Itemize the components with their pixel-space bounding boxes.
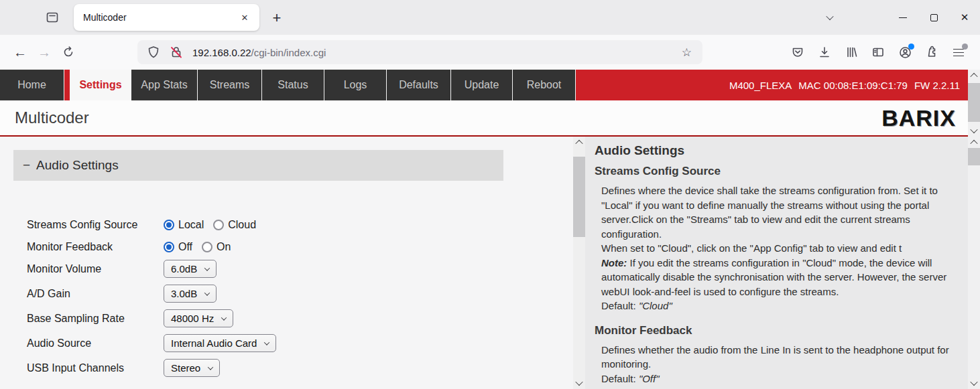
default-value: "Cloud" — [639, 300, 672, 311]
select-value: 6.0dB — [171, 263, 197, 275]
device-firmware: FW 2.2.11 — [914, 80, 960, 91]
extensions-puzzle-icon — [925, 46, 938, 59]
row-monitor-volume: Monitor Volume 6.0dB — [0, 260, 573, 278]
new-tab-button[interactable]: + — [265, 7, 288, 29]
firefox-view-button[interactable] — [40, 5, 64, 29]
menu-icon — [953, 49, 964, 56]
page-title: Multicoder — [15, 108, 89, 127]
select-value: Internal Audio Card — [171, 337, 257, 349]
nav-tab-update[interactable]: Update — [451, 70, 513, 100]
radio-option-on[interactable]: On — [202, 241, 231, 253]
audio-settings-form: − Audio Settings Streams Config Source L… — [0, 137, 573, 389]
select-chevron-icon — [264, 339, 269, 345]
radio-cloud[interactable] — [213, 220, 224, 230]
url-bar[interactable]: 192.168.0.22/cgi-bin/index.cgi ☆ — [137, 40, 702, 64]
select-value: 48000 Hz — [171, 313, 214, 324]
chevron-down-icon — [970, 126, 977, 133]
tracking-shield-icon[interactable] — [147, 46, 160, 59]
tab-close-icon[interactable]: ✕ — [237, 9, 253, 25]
minimize-button[interactable] — [887, 0, 918, 35]
nav-tab-reboot[interactable]: Reboot — [513, 70, 576, 100]
monitor-volume-select[interactable]: 6.0dB — [164, 260, 217, 278]
extensions-button[interactable] — [918, 39, 945, 66]
downloads-button[interactable] — [811, 39, 838, 66]
account-button[interactable] — [892, 39, 918, 66]
scroll-up-button[interactable] — [968, 70, 980, 81]
site-nav-bar: Home Settings App Stats Streams Status L… — [0, 70, 968, 100]
radio-on[interactable] — [202, 242, 212, 252]
row-label: USB Input Channels — [27, 362, 164, 374]
url-path: /cgi-bin/index.cgi — [251, 47, 326, 58]
bookmark-star-icon[interactable]: ☆ — [676, 46, 697, 60]
scroll-down-button[interactable] — [968, 125, 980, 136]
nav-tab-status[interactable]: Status — [262, 70, 324, 100]
nav-tab-settings[interactable]: Settings — [70, 70, 131, 100]
sidebar-button[interactable] — [865, 39, 892, 66]
device-model: M400_FLEXA — [729, 80, 792, 91]
minimize-icon — [899, 17, 907, 18]
forward-button[interactable]: → — [32, 40, 56, 64]
scroll-thumb[interactable] — [968, 83, 980, 122]
select-chevron-icon — [204, 290, 210, 295]
library-icon — [845, 46, 858, 59]
radio-label-off: Off — [178, 241, 192, 253]
back-button[interactable]: ← — [8, 40, 32, 64]
reload-button[interactable] — [56, 40, 80, 64]
firefox-view-icon — [45, 10, 60, 25]
row-label: Audio Source — [27, 337, 164, 349]
select-value: 3.0dB — [171, 288, 197, 299]
usb-input-channels-select[interactable]: Stereo — [164, 359, 220, 377]
audio-settings-section-header[interactable]: − Audio Settings — [13, 150, 503, 181]
library-button[interactable] — [838, 39, 865, 66]
radio-option-off[interactable]: Off — [164, 241, 192, 253]
top-frame-scrollbar[interactable] — [968, 70, 980, 137]
scroll-thumb[interactable] — [968, 148, 980, 165]
nav-tab-app-stats[interactable]: App Stats — [131, 70, 198, 100]
help-paragraph-truncated: When set to "Cloud", click on the "App C… — [595, 241, 961, 256]
audio-source-select[interactable]: Internal Audio Card — [164, 334, 276, 352]
default-line: Default: "Off" — [595, 372, 961, 386]
reload-icon — [62, 46, 74, 58]
browser-tab[interactable]: Multicoder ✕ — [74, 4, 259, 31]
radio-option-local[interactable]: Local — [164, 219, 204, 231]
pocket-button[interactable] — [784, 39, 811, 66]
scroll-up-button[interactable] — [968, 137, 980, 148]
page-header: Multicoder BARIX — [0, 100, 968, 137]
tab-list-chevron-icon — [826, 13, 833, 20]
base-sampling-rate-select[interactable]: 48000 Hz — [164, 309, 233, 327]
scroll-thumb[interactable] — [573, 157, 585, 237]
radio-option-cloud[interactable]: Cloud — [213, 219, 256, 231]
close-button[interactable]: ✕ — [949, 0, 980, 35]
ad-gain-select[interactable]: 3.0dB — [164, 285, 217, 303]
collapse-icon[interactable]: − — [23, 158, 30, 173]
nav-tab-defaults[interactable]: Defaults — [387, 70, 451, 100]
scroll-up-button[interactable] — [573, 137, 585, 148]
nav-tab-streams[interactable]: Streams — [198, 70, 262, 100]
radio-local[interactable] — [164, 220, 174, 230]
app-menu-button[interactable] — [945, 39, 972, 66]
note-label: Note: — [601, 257, 627, 268]
section-title: Audio Settings — [36, 158, 119, 173]
radio-off[interactable] — [164, 242, 174, 252]
maximize-button[interactable] — [918, 0, 949, 35]
menu-notification-dot — [962, 44, 968, 50]
maximize-icon — [930, 14, 938, 21]
tab-list-button[interactable] — [816, 5, 843, 29]
scroll-down-button[interactable] — [573, 378, 585, 388]
select-value: Stereo — [171, 362, 200, 374]
row-label: Streams Config Source — [27, 219, 164, 231]
content-frame-scrollbar[interactable] — [968, 137, 980, 389]
nav-tab-logs[interactable]: Logs — [324, 70, 387, 100]
help-panel: Audio Settings Streams Config Source Def… — [585, 137, 968, 389]
tab-title: Multicoder — [83, 12, 237, 23]
chevron-up-icon — [970, 73, 977, 80]
close-icon: ✕ — [961, 11, 969, 23]
row-label: Base Sampling Rate — [27, 313, 164, 325]
barix-logo: BARIX — [881, 105, 956, 131]
help-panel-scrollbar[interactable] — [573, 137, 585, 389]
row-monitor-feedback: Monitor Feedback Off On — [0, 238, 573, 256]
insecure-lock-icon[interactable] — [170, 46, 183, 59]
scroll-down-button[interactable] — [968, 378, 980, 388]
nav-tab-home[interactable]: Home — [0, 70, 64, 100]
chevron-up-icon — [970, 140, 977, 147]
